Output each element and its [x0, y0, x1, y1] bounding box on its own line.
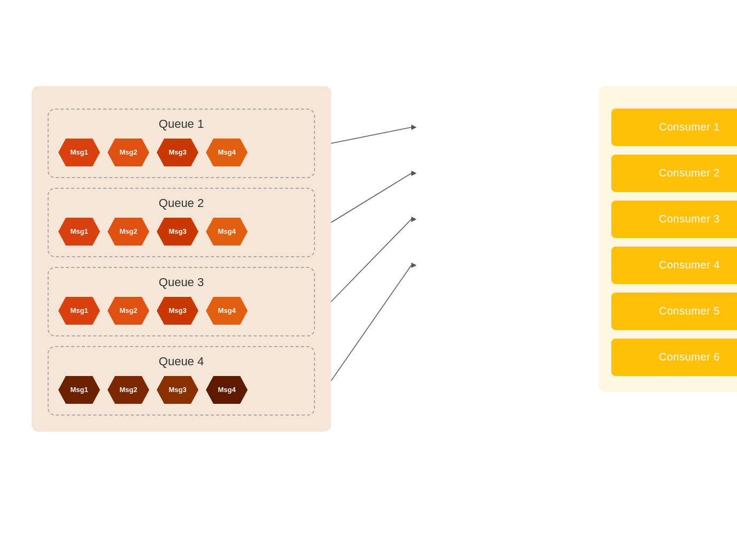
- svg-line-22: [331, 265, 411, 381]
- consumer-btn-5: Consumer 5: [611, 293, 737, 330]
- msg-hex-q4-m3: Msg3: [156, 375, 199, 405]
- msg-row-1: Msg1 Msg2 Msg3 Msg4: [57, 137, 305, 167]
- svg-line-20: [331, 219, 411, 302]
- svg-marker-23: [411, 263, 417, 268]
- topic-box: Queue 1 Msg1 Msg2 Msg3 Msg4Queue 2 Msg1 …: [32, 86, 331, 432]
- queue-box-3: Queue 3 Msg1 Msg2 Msg3 Msg4: [48, 267, 315, 336]
- arrows-container: [331, 86, 598, 474]
- msg-hex-q1-m2: Msg2: [106, 137, 150, 167]
- queue-title-3: Queue 3: [57, 275, 305, 289]
- arrows-svg: [331, 86, 598, 474]
- queue-box-1: Queue 1 Msg1 Msg2 Msg3 Msg4: [48, 109, 315, 178]
- msg-hex-q1-m1: Msg1: [57, 137, 101, 167]
- msg-hex-q2-m1: Msg1: [57, 217, 101, 247]
- msg-hex-q3-m4: Msg4: [205, 296, 249, 326]
- queue-box-2: Queue 2 Msg1 Msg2 Msg3 Msg4: [48, 188, 315, 257]
- svg-marker-19: [411, 171, 417, 176]
- msg-hex-q2-m2: Msg2: [106, 217, 150, 247]
- consumer-btn-4: Consumer 4: [611, 247, 737, 284]
- queues-container: Queue 1 Msg1 Msg2 Msg3 Msg4Queue 2 Msg1 …: [48, 109, 315, 416]
- msg-row-3: Msg1 Msg2 Msg3 Msg4: [57, 296, 305, 326]
- consumer-btn-6: Consumer 6: [611, 339, 737, 376]
- diagram-container: Queue 1 Msg1 Msg2 Msg3 Msg4Queue 2 Msg1 …: [16, 70, 721, 490]
- msg-hex-q2-m3: Msg3: [156, 217, 199, 247]
- msg-hex-q3-m2: Msg2: [106, 296, 150, 326]
- msg-row-2: Msg1 Msg2 Msg3 Msg4: [57, 217, 305, 247]
- msg-hex-q4-m2: Msg2: [106, 375, 150, 405]
- msg-hex-q2-m4: Msg4: [205, 217, 249, 247]
- consumer-btn-3: Consumer 3: [611, 201, 737, 238]
- consumers-container: Consumer 1Consumer 2Consumer 3Consumer 4…: [611, 109, 737, 376]
- msg-hex-q3-m1: Msg1: [57, 296, 101, 326]
- msg-hex-q1-m4: Msg4: [205, 137, 249, 167]
- msg-hex-q3-m3: Msg3: [156, 296, 199, 326]
- queue-title-2: Queue 2: [57, 196, 305, 210]
- consumer-btn-1: Consumer 1: [611, 109, 737, 146]
- queue-title-1: Queue 1: [57, 117, 305, 131]
- consumer-btn-2: Consumer 2: [611, 155, 737, 192]
- msg-hex-q4-m1: Msg1: [57, 375, 101, 405]
- msg-hex-q1-m3: Msg3: [156, 137, 199, 167]
- queue-box-4: Queue 4 Msg1 Msg2 Msg3 Msg4: [48, 346, 315, 416]
- group-box: Consumer 1Consumer 2Consumer 3Consumer 4…: [598, 86, 737, 392]
- msg-hex-q4-m4: Msg4: [205, 375, 249, 405]
- msg-row-4: Msg1 Msg2 Msg3 Msg4: [57, 375, 305, 405]
- svg-marker-21: [411, 217, 417, 222]
- queue-title-4: Queue 4: [57, 355, 305, 369]
- svg-line-16: [331, 127, 411, 143]
- svg-marker-17: [411, 125, 417, 130]
- svg-line-18: [331, 173, 411, 223]
